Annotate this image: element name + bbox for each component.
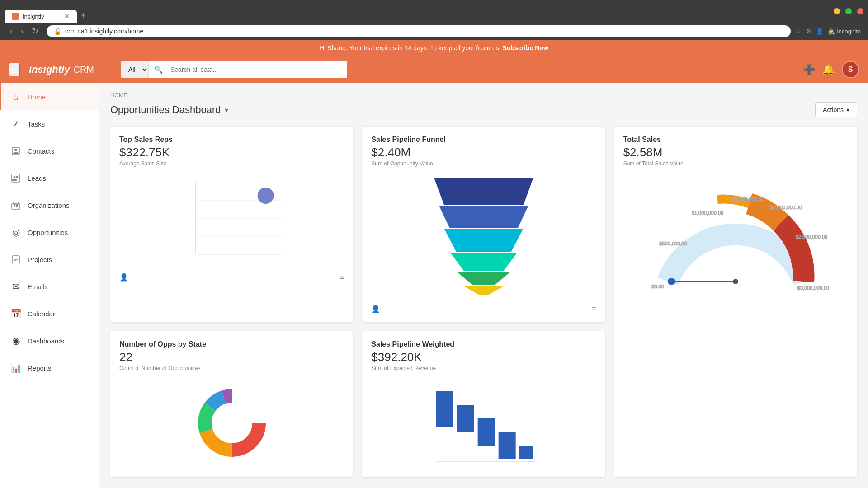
new-tab-button[interactable]: + xyxy=(77,9,90,23)
top-sales-chart xyxy=(119,173,344,263)
sidebar-item-home[interactable]: ⌂ Home xyxy=(0,83,99,110)
card-opps-by-state: Number of Opps by State 22 Count of Numb… xyxy=(110,331,353,477)
opportunities-icon: ◎ xyxy=(10,227,21,238)
browser-tabs: Insightly ✕ + xyxy=(5,0,90,23)
card-subtitle-funnel: Sum of Opportunity Value xyxy=(371,160,596,167)
card-sales-pipeline-funnel: Sales Pipeline Funnel $2.40M Sum of Oppo… xyxy=(362,127,605,322)
contacts-icon xyxy=(10,145,21,156)
back-button[interactable]: ‹ xyxy=(7,25,15,37)
close-window-button[interactable] xyxy=(857,8,863,14)
sidebar-item-opportunities[interactable]: ◎ Opportunities xyxy=(0,219,99,246)
svg-rect-29 xyxy=(457,405,474,432)
reload-button[interactable]: ↻ xyxy=(29,25,41,37)
funnel-bar-2 xyxy=(439,206,528,228)
svg-point-21 xyxy=(733,279,738,284)
avatar[interactable]: S xyxy=(842,61,859,78)
user-icon: 👤 xyxy=(119,273,128,282)
sidebar-label-home: Home xyxy=(28,93,46,101)
subscribe-link[interactable]: Subscribe Now xyxy=(503,44,548,52)
logo-text: insightly xyxy=(29,64,70,75)
card-top-sales-reps: Top Sales Reps $322.75K Average Sales Si… xyxy=(110,127,353,322)
sidebar-item-dashboards[interactable]: ◉ Dashboards xyxy=(0,327,99,354)
card-title-weighted: Sales Pipeline Weighted xyxy=(371,340,596,348)
breadcrumb: HOME xyxy=(110,92,857,99)
browser-extras: ☆ ⚙ 👤 🕵 Incognito xyxy=(796,28,861,35)
svg-rect-30 xyxy=(478,418,495,446)
sidebar-item-calendar[interactable]: 📅 Calendar xyxy=(0,300,99,327)
card-subtitle-top-sales: Average Sales Size xyxy=(119,160,344,167)
add-button[interactable]: ➕ xyxy=(803,64,815,75)
address-row: ‹ › ↻ 🔒 crm.na1.insightly.com/home ☆ ⚙ 👤… xyxy=(0,23,868,40)
emails-icon: ✉ xyxy=(10,281,21,292)
app-header: ☰ insightly CRM All 🔍 ➕ 🔔 S xyxy=(0,56,868,83)
nav-buttons: ‹ › ↻ xyxy=(7,25,41,37)
tab-favicon xyxy=(12,13,19,20)
bookmark-icon[interactable]: ☆ xyxy=(796,28,802,35)
sidebar-item-projects[interactable]: Projects xyxy=(0,246,99,273)
address-url: crm.na1.insightly.com/home xyxy=(65,28,143,35)
sidebar-item-tasks[interactable]: ✓ Tasks xyxy=(0,110,99,137)
card-subtitle-weighted: Sum of Expected Revenue xyxy=(371,365,596,371)
funnel-level-3 xyxy=(444,229,523,252)
sidebar-item-contacts[interactable]: Contacts xyxy=(0,137,99,164)
card-total-sales: Total Sales $2.58M Sum of Total Sales Va… xyxy=(614,127,857,477)
trial-banner: Hi Shane. Your trial expires in 14 days.… xyxy=(0,40,868,56)
incognito-badge: 🕵 Incognito xyxy=(828,28,861,35)
sidebar-label-opportunities: Opportunities xyxy=(28,229,68,236)
hamburger-menu-button[interactable]: ☰ xyxy=(9,63,20,76)
actions-dropdown-icon: ▾ xyxy=(846,106,849,113)
maximize-button[interactable] xyxy=(845,8,852,14)
sidebar-item-organizations[interactable]: Organizations xyxy=(0,192,99,219)
trial-message: Hi Shane. Your trial expires in 14 days.… xyxy=(320,44,501,52)
profile-icon[interactable]: 👤 xyxy=(816,28,823,35)
card-pipeline-weighted: Sales Pipeline Weighted $392.20K Sum of … xyxy=(362,331,605,477)
calendar-icon: 📅 xyxy=(10,308,21,319)
incognito-label: Incognito xyxy=(837,28,861,35)
minimize-button[interactable] xyxy=(834,8,840,14)
card-subtitle-total-sales: Sum of Total Sales Value xyxy=(623,160,848,167)
tasks-icon: ✓ xyxy=(10,118,21,129)
scatter-chart-svg xyxy=(119,182,344,263)
list-icon-funnel[interactable]: ≡ xyxy=(592,305,596,313)
extensions-icon[interactable]: ⚙ xyxy=(806,28,811,35)
funnel-level-1 xyxy=(434,178,533,205)
funnel-chart xyxy=(371,173,596,295)
browser-tab-insightly[interactable]: Insightly ✕ xyxy=(5,10,77,23)
svg-rect-6 xyxy=(14,202,18,205)
sidebar-item-emails[interactable]: ✉ Emails xyxy=(0,273,99,300)
waterfall-chart xyxy=(371,378,596,468)
card-value-funnel: $2.40M xyxy=(371,145,596,160)
svg-rect-32 xyxy=(519,446,533,459)
card-title-total-sales: Total Sales xyxy=(623,136,848,144)
app-body: ⌂ Home ✓ Tasks Contacts Leads Organizati… xyxy=(0,83,868,488)
sidebar-item-reports[interactable]: 📊 Reports xyxy=(0,354,99,381)
svg-rect-2 xyxy=(12,174,20,182)
svg-point-20 xyxy=(668,278,675,285)
dashboard-dropdown-icon[interactable]: ▾ xyxy=(225,106,228,114)
card-title-top-sales: Top Sales Reps xyxy=(119,136,344,144)
card-title-funnel: Sales Pipeline Funnel xyxy=(371,136,596,144)
address-bar[interactable]: 🔒 crm.na1.insightly.com/home xyxy=(47,25,791,37)
logo-crm: CRM xyxy=(73,65,94,75)
svg-point-3 xyxy=(14,176,16,178)
notifications-button[interactable]: 🔔 xyxy=(822,64,835,75)
card-value-top-sales: $322.75K xyxy=(119,145,344,160)
logo: insightly CRM xyxy=(29,64,94,75)
gauge-label-500k: $500,000.00 xyxy=(660,241,687,246)
gauge-label-15m: $1,500,000.00 xyxy=(732,197,764,202)
funnel-level-2 xyxy=(439,206,528,228)
forward-button[interactable]: › xyxy=(18,25,26,37)
search-input[interactable] xyxy=(169,62,347,77)
funnel-bar-5 xyxy=(457,272,511,285)
list-icon[interactable]: ≡ xyxy=(340,273,344,282)
close-tab-button[interactable]: ✕ xyxy=(64,13,70,20)
funnel-bar-3 xyxy=(444,229,523,252)
funnel-level-4 xyxy=(450,253,517,271)
sidebar-item-leads[interactable]: Leads xyxy=(0,164,99,192)
user-icon-funnel: 👤 xyxy=(371,305,380,313)
sidebar-label-reports: Reports xyxy=(28,364,52,372)
actions-button[interactable]: Actions ▾ xyxy=(815,102,857,117)
gauge-chart: $0.00 $500,000.00 $1,000,000.00 $1,500,0… xyxy=(623,173,848,309)
search-dropdown[interactable]: All xyxy=(121,61,149,78)
tab-title: Insightly xyxy=(23,13,44,20)
